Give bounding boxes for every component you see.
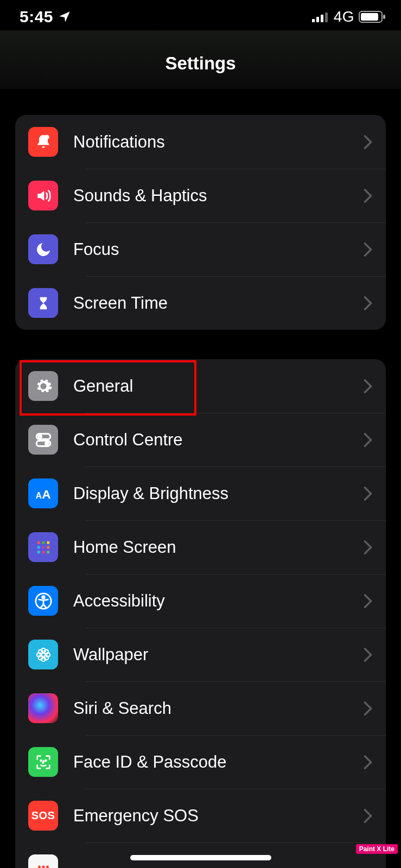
svg-point-9	[38, 435, 41, 438]
chevron-right-icon	[363, 379, 373, 394]
textsize-icon: AA	[28, 478, 58, 508]
page-header: Settings	[0, 30, 401, 89]
chevron-right-icon	[363, 135, 373, 150]
row-label: Focus	[73, 240, 363, 259]
row-wallpaper[interactable]: Wallpaper	[15, 628, 386, 681]
svg-rect-21	[42, 551, 44, 553]
row-label: Home Screen	[73, 538, 363, 557]
svg-rect-14	[37, 541, 40, 544]
svg-point-36	[38, 865, 41, 868]
accessibility-icon	[28, 586, 58, 616]
row-label: Display & Brightness	[73, 484, 363, 503]
network-label: 4G	[334, 8, 354, 25]
row-label: Sounds & Haptics	[73, 186, 363, 206]
svg-rect-0	[312, 19, 315, 22]
toggles-icon	[28, 425, 58, 455]
row-label: General	[73, 376, 363, 396]
chevron-right-icon	[363, 486, 373, 501]
row-focus[interactable]: Focus	[15, 222, 386, 276]
battery-icon	[359, 10, 386, 23]
svg-point-24	[42, 596, 44, 598]
siri-icon	[28, 693, 58, 723]
row-label: Notifications	[73, 132, 363, 152]
row-label: Siri & Search	[73, 699, 363, 718]
chevron-right-icon	[363, 188, 373, 203]
chevron-right-icon	[363, 755, 373, 770]
svg-point-11	[45, 442, 48, 445]
faceid-icon	[28, 747, 58, 777]
row-emergency[interactable]: SOS Emergency SOS	[15, 789, 386, 843]
exposure-icon	[28, 854, 58, 868]
svg-rect-20	[37, 551, 40, 553]
row-label: Wallpaper	[73, 645, 363, 665]
page-title: Settings	[0, 53, 401, 74]
svg-rect-5	[361, 13, 378, 21]
svg-rect-22	[47, 551, 49, 553]
row-label: Emergency SOS	[73, 806, 363, 826]
watermark: Paint X Lite	[356, 844, 398, 854]
row-accessibility[interactable]: Accessibility	[15, 574, 386, 628]
svg-point-34	[40, 760, 41, 761]
svg-text:A: A	[35, 490, 41, 500]
svg-rect-18	[42, 546, 44, 548]
chevron-right-icon	[363, 296, 373, 311]
speaker-icon	[28, 181, 58, 210]
hourglass-icon	[28, 288, 58, 318]
location-icon	[58, 10, 72, 24]
chevron-right-icon	[363, 242, 373, 257]
row-controlcentre[interactable]: Control Centre	[15, 413, 386, 467]
row-display[interactable]: AA Display & Brightness	[15, 467, 386, 520]
svg-rect-15	[42, 541, 44, 544]
svg-point-37	[42, 865, 44, 868]
flower-icon	[28, 640, 58, 669]
status-bar: 5:45 4G	[0, 0, 401, 30]
chevron-right-icon	[363, 701, 373, 716]
settings-group-2: General Control Centre AA Display & Brig…	[15, 359, 386, 868]
row-label: Accessibility	[73, 591, 363, 611]
settings-group-1: Notifications Sounds & Haptics Focus	[15, 115, 386, 330]
svg-point-38	[46, 865, 49, 868]
row-siri[interactable]: Siri & Search	[15, 681, 386, 735]
chevron-right-icon	[363, 647, 373, 662]
row-label: Control Centre	[73, 430, 363, 450]
appgrid-icon	[28, 532, 58, 562]
row-homescreen[interactable]: Home Screen	[15, 520, 386, 574]
bell-icon	[28, 127, 58, 157]
svg-rect-3	[325, 12, 328, 22]
svg-rect-1	[316, 17, 319, 22]
svg-point-35	[45, 760, 46, 761]
row-sounds[interactable]: Sounds & Haptics	[15, 169, 386, 222]
svg-rect-17	[37, 546, 40, 548]
row-screentime[interactable]: Screen Time	[15, 276, 386, 330]
sos-icon: SOS	[28, 801, 58, 831]
row-general[interactable]: General	[15, 359, 386, 413]
row-label: Screen Time	[73, 293, 363, 313]
svg-rect-16	[47, 541, 49, 544]
svg-rect-2	[321, 15, 323, 22]
svg-rect-19	[47, 546, 49, 548]
row-faceid[interactable]: Face ID & Passcode	[15, 735, 386, 789]
svg-point-7	[44, 135, 49, 139]
gear-icon	[28, 371, 58, 401]
svg-text:A: A	[42, 487, 50, 501]
chevron-right-icon	[363, 593, 373, 609]
row-notifications[interactable]: Notifications	[15, 115, 386, 169]
chevron-right-icon	[363, 540, 373, 555]
home-indicator[interactable]	[130, 855, 271, 860]
row-label: Face ID & Passcode	[73, 752, 363, 772]
status-time: 5:45	[20, 8, 53, 26]
signal-icon	[312, 11, 329, 22]
moon-icon	[28, 234, 58, 264]
chevron-right-icon	[363, 808, 373, 824]
svg-rect-6	[383, 15, 385, 19]
chevron-right-icon	[363, 432, 373, 448]
